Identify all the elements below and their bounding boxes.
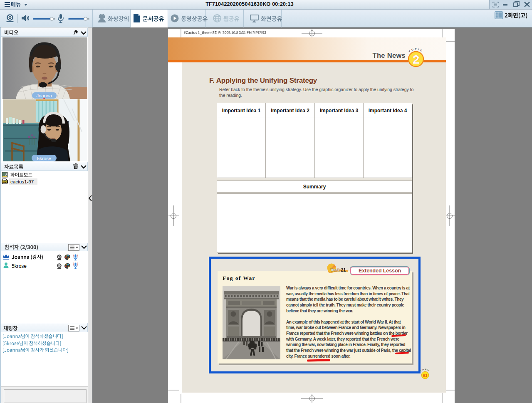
svg-text:21: 21 <box>341 267 346 272</box>
svg-text:Joanna: Joanna <box>36 93 52 98</box>
svg-text:5krose: 5krose <box>37 156 52 161</box>
svg-text:2: 2 <box>413 52 420 66</box>
svg-text:IMG: IMG <box>2 180 7 183</box>
svg-text:93: 93 <box>423 373 428 378</box>
svg-text:Track: Track <box>330 268 339 272</box>
